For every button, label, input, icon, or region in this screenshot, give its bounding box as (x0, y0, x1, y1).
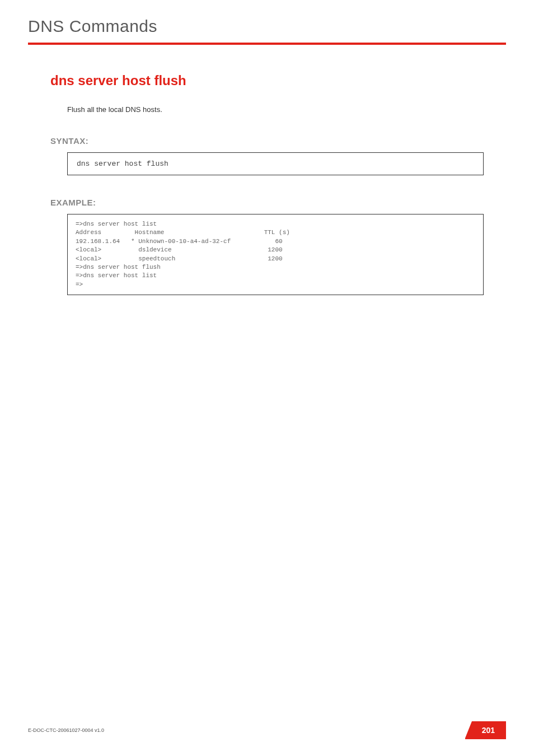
content-area: dns server host flush Flush all the loca… (0, 45, 534, 295)
page-header: DNS Commands (0, 0, 534, 43)
syntax-box: dns server host flush (67, 152, 484, 175)
command-title: dns server host flush (50, 73, 484, 88)
command-description: Flush all the local DNS hosts. (67, 105, 484, 114)
document-id: E-DOC-CTC-20061027-0004 v1.0 (28, 727, 104, 733)
example-box: =>dns server host list Address Hostname … (67, 214, 484, 295)
page-footer: E-DOC-CTC-20061027-0004 v1.0 201 (0, 721, 534, 739)
page-title: DNS Commands (28, 17, 506, 36)
page-number: 201 (465, 721, 506, 739)
syntax-label: SYNTAX: (50, 136, 484, 146)
example-label: EXAMPLE: (50, 198, 484, 207)
